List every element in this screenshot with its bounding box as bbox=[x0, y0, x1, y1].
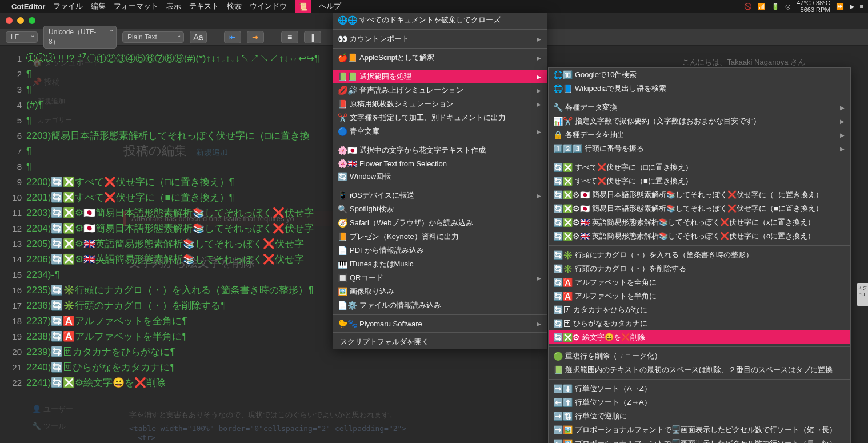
script-submenu-item[interactable]: 🔧各種データ変換▶ bbox=[549, 101, 850, 114]
script-menu-item[interactable]: ✂️文字種を指定して加工、別ドキュメントに出力 bbox=[333, 111, 547, 125]
status-play-icon[interactable]: ▶ bbox=[850, 3, 854, 10]
script-submenu-item[interactable]: 🔄🈂ひらがなをカタカナに bbox=[549, 317, 850, 330]
menu-help[interactable]: ヘルプ bbox=[319, 1, 341, 11]
zoom-button[interactable] bbox=[29, 17, 35, 24]
script-submenu-item[interactable]: 🔄❎⚙🇬🇧英語簡易形態素解析📚してそれっぽく❌伏せ字に（oに置き換え） bbox=[549, 229, 850, 243]
menu-view[interactable]: 表示 bbox=[166, 1, 181, 11]
menu-find[interactable]: 検索 bbox=[227, 1, 242, 11]
script-submenu-item[interactable]: ⬅️⬆️行単位ソート（Z→A） bbox=[549, 396, 850, 409]
script-submenu-item[interactable]: 🔄✳️行頭にナカグロ（・）を入れる（箇条書き時の整形） bbox=[549, 248, 850, 262]
script-menu-item[interactable]: 🔄Window回転 bbox=[333, 170, 547, 183]
script-submenu-item[interactable]: 🌐📘Wikipediaで見出し語を検索 bbox=[549, 82, 850, 95]
wrap-left-button[interactable]: ‖ bbox=[304, 31, 321, 43]
menu-format[interactable]: フォーマット bbox=[114, 1, 158, 11]
menu-item-label: すべて❌伏せ字に（□に置き換え） bbox=[575, 162, 693, 173]
minimize-button[interactable] bbox=[17, 17, 24, 24]
menu-item-icon: ➡️🔃 bbox=[553, 412, 573, 421]
script-submenu-item[interactable]: ⬅️🖼️プロポーショナルフォントで🖥️画面表示したピクセル数で行ソート（長→短） bbox=[549, 437, 850, 443]
script-menu-item[interactable]: 🖼️画像取り込み bbox=[333, 285, 547, 298]
menu-item-label: 各種データ変換 bbox=[565, 102, 617, 113]
status-fastforward-icon[interactable]: ⏩ bbox=[836, 3, 844, 10]
script-menu-item[interactable]: 📱iOSデバイスに転送▶ bbox=[333, 189, 547, 202]
menu-item-label: 指定文字数で擬似要約（文字数はおおまかな目安です） bbox=[575, 116, 761, 126]
line-number: 17 bbox=[0, 298, 22, 313]
line-number: 21 bbox=[0, 360, 22, 375]
script-menu-item[interactable]: 📕原稿用紙枚数シミュレーション▶ bbox=[333, 97, 547, 111]
code-line[interactable]: 2241)🔄❎⚙絵文字😀を❌削除 bbox=[26, 375, 549, 390]
script-submenu-item[interactable]: 🟢重複行を削除（ユニーク化） bbox=[549, 349, 850, 363]
menu-file[interactable]: ファイル bbox=[53, 1, 83, 11]
script-submenu-item[interactable]: 🌐🔟Googleで10件検索 bbox=[549, 68, 850, 82]
script-submenu-item[interactable]: ➡️🔃行単位で逆順に bbox=[549, 409, 850, 423]
status-temperature[interactable]: 47°C / 38°C 5663 RPM bbox=[797, 0, 830, 13]
menu-item-icon: 🔄❎⚙🇯🇵 bbox=[553, 204, 590, 213]
status-nosign-icon[interactable]: 🚫 bbox=[744, 3, 752, 10]
script-submenu-item[interactable]: 🔄❎⚙絵文字😀を❌削除 bbox=[549, 330, 850, 344]
syntax-select[interactable]: Plain Text bbox=[122, 31, 184, 43]
script-submenu-item[interactable]: 🔄❎すべて❌伏せ字に（■に置き換え） bbox=[549, 174, 850, 188]
menu-edit[interactable]: 編集 bbox=[91, 1, 106, 11]
line-ending-select[interactable]: LF bbox=[6, 31, 38, 43]
script-submenu-item[interactable]: 🔄❎⚙🇯🇵簡易日本語形態素解析📚してそれっぽく❌伏せ字に（□に置き換え） bbox=[549, 188, 850, 202]
menu-item-icon: 🔄🈂 bbox=[553, 319, 571, 328]
script-menu-item[interactable]: 🍎📙AppleScriptとして解釈▶ bbox=[333, 51, 547, 65]
script-menu-item[interactable]: 🧭Safari（Webブラウザ）から読み込み bbox=[333, 216, 547, 230]
script-menu-item[interactable]: 📄⚙️ファイルの情報読み込み bbox=[333, 298, 547, 312]
line-number: 11 bbox=[0, 205, 22, 221]
script-submenu-item[interactable]: 1️⃣2️⃣3️⃣行頭に番号を振る▶ bbox=[549, 142, 850, 155]
line-number: 15 bbox=[0, 267, 22, 282]
code-line[interactable]: 2240)🔄🈂ひらがなをカタカナに¶ bbox=[26, 360, 549, 375]
script-menu-item[interactable]: 📗📗選択範囲を処理▶ bbox=[333, 70, 547, 83]
script-menu-item[interactable]: 🐤🐾Piyomaru Software▶ bbox=[333, 317, 547, 330]
wrap-center-button[interactable]: ≡ bbox=[281, 31, 298, 43]
script-menu-item[interactable]: 🌸🇬🇧Flower Text from Selection bbox=[333, 157, 547, 170]
script-submenu-item[interactable]: 🔄🅰️アルファベットを全角に bbox=[549, 276, 850, 289]
app-name[interactable]: CotEditor bbox=[11, 2, 45, 11]
menu-item-label: 行単位ソート（Z→A） bbox=[575, 397, 651, 408]
outdent-button[interactable]: ⇤ bbox=[224, 31, 241, 43]
menu-item-label: Googleで10件検索 bbox=[575, 70, 637, 80]
script-menu-item[interactable]: 👀カウントレポート▶ bbox=[333, 32, 547, 46]
script-submenu-item[interactable]: 🔄🈂カタカナをひらがなに bbox=[549, 303, 850, 317]
script-menu-item[interactable]: 💋🔊音声読み上げシミュレーション▶ bbox=[333, 83, 547, 97]
script-menu-item[interactable]: スクリプトフォルダを開く bbox=[333, 335, 547, 349]
submenu-arrow-icon: ▶ bbox=[840, 105, 845, 111]
status-battery-icon[interactable]: 🔋 bbox=[771, 3, 779, 10]
indent-button[interactable]: ⇥ bbox=[247, 31, 264, 43]
script-submenu-item[interactable]: 🔄🅰️アルファベットを半角に bbox=[549, 289, 850, 303]
menu-item-icon: 🌸🇬🇧 bbox=[338, 159, 357, 168]
script-submenu-item[interactable]: 🔄❎⚙🇬🇧英語簡易形態素解析📚してそれっぽく❌伏せ字に（xに置き換え） bbox=[549, 215, 850, 229]
menu-window[interactable]: ウインドウ bbox=[250, 1, 287, 11]
script-submenu-item[interactable]: 🔄✳️行頭のナカグロ（・）を削除する bbox=[549, 262, 850, 276]
script-menu-item[interactable]: 🔍Spotlight検索 bbox=[333, 202, 547, 216]
script-submenu-item[interactable]: 🔒各種データを抽出▶ bbox=[549, 128, 850, 142]
script-menu-item[interactable]: 🌸🇯🇵選択中の文字から花文字テキスト作成 bbox=[333, 143, 547, 157]
script-menu-item[interactable]: 🎹iTunesまたはMusic bbox=[333, 257, 547, 271]
script-menu-item[interactable]: 🔲QRコード▶ bbox=[333, 271, 547, 285]
menu-item-icon: 💋🔊 bbox=[338, 86, 357, 95]
menu-item-label: カウントレポート bbox=[350, 34, 409, 44]
script-submenu-item[interactable]: 📗選択範囲内のテキストの最初のスペースは削除、２番目のスペースはタブに置換 bbox=[549, 363, 850, 377]
font-button[interactable]: Aa bbox=[190, 31, 207, 43]
script-menu-item[interactable]: 📄PDFから情報読み込み bbox=[333, 244, 547, 257]
menu-script-icon[interactable]: 📜 bbox=[295, 0, 311, 13]
script-submenu-item[interactable]: 🔄❎すべて❌伏せ字に（□に置き換え） bbox=[549, 161, 850, 174]
script-submenu-item[interactable]: ➡️⬇️行単位ソート（A→Z） bbox=[549, 382, 850, 396]
menu-item-icon: 🔄❎⚙🇬🇧 bbox=[553, 218, 590, 227]
script-menu-item[interactable]: 📙プレゼン（Keynote）資料に出力 bbox=[333, 230, 547, 244]
script-menu-item[interactable]: 🌐🌐すべてのドキュメントを破棄してクローズ bbox=[333, 13, 547, 27]
menu-item-label: 重複行を削除（ユニーク化） bbox=[565, 351, 662, 361]
status-wifi-icon[interactable]: 📶 bbox=[758, 3, 766, 10]
line-number: 2 bbox=[0, 66, 22, 82]
script-submenu-item[interactable]: 📊✂️指定文字数で擬似要約（文字数はおおまかな目安です）▶ bbox=[549, 114, 850, 128]
status-menu-icon[interactable]: ≡ bbox=[860, 3, 863, 10]
encoding-select[interactable]: Unicode（UTF-8） bbox=[43, 26, 117, 49]
close-button[interactable] bbox=[6, 17, 13, 24]
line-number: 7 bbox=[0, 143, 22, 159]
script-submenu-item[interactable]: 🔄❎⚙🇯🇵簡易日本語形態素解析📚してそれっぽく❌伏せ字に（■に置き換え） bbox=[549, 202, 850, 215]
script-menu-item[interactable]: 🔵青空文庫▶ bbox=[333, 125, 547, 138]
menu-item-label: スクリプトフォルダを開く bbox=[340, 337, 429, 347]
status-sync-icon[interactable]: ◎ bbox=[785, 3, 791, 10]
menu-text[interactable]: テキスト bbox=[189, 1, 219, 11]
script-submenu-item[interactable]: ➡️🖼️プロポーショナルフォントで🖥️画面表示したピクセル数で行ソート（短→長） bbox=[549, 423, 850, 437]
